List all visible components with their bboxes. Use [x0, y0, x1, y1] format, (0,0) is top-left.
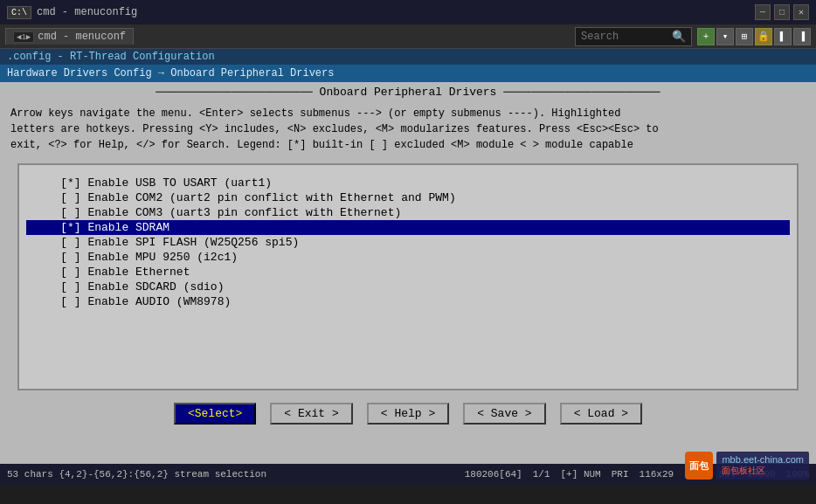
- save-button[interactable]: < Save >: [463, 403, 545, 425]
- toolbar-action-buttons: + ▾ ⊞ 🔒 ▌ ▐: [697, 28, 811, 45]
- help-line1: Arrow keys navigate the menu. <Enter> se…: [10, 106, 806, 121]
- menu-item-com2[interactable]: [ ] Enable COM2 (uart2 pin conflict with…: [26, 190, 790, 205]
- watermark-brand: 面包板社区: [722, 465, 804, 477]
- status-pos5: 116x29: [640, 469, 674, 480]
- toolbar: ◀1▶ cmd - menuconf 🔍 + ▾ ⊞ 🔒 ▌ ▐: [0, 24, 816, 49]
- window-title: cmd - menuconfig: [37, 6, 137, 18]
- breadcrumb: Hardware Drivers Config → Onboard Periph…: [0, 65, 816, 82]
- watermark-text: mbb.eet-china.com 面包板社区: [716, 452, 809, 480]
- search-box[interactable]: 🔍: [575, 27, 692, 46]
- menuconfig-area: ─────────────────────── Onboard Peripher…: [0, 82, 816, 435]
- watermark-site: mbb.eet-china.com: [722, 454, 804, 465]
- help-button[interactable]: < Help >: [367, 403, 449, 425]
- title-bar-left: C:\ cmd - menuconfig: [7, 6, 137, 19]
- search-input[interactable]: [581, 31, 668, 43]
- breadcrumb-text: Hardware Drivers Config → Onboard Periph…: [7, 67, 334, 79]
- tab-label: cmd - menuconf: [38, 31, 126, 43]
- toolbar-tab[interactable]: ◀1▶ cmd - menuconf: [5, 28, 134, 45]
- status-left: 53 chars {4,2}-{56,2}:{56,2} stream sele…: [7, 469, 266, 480]
- split2-button[interactable]: ▐: [793, 28, 811, 45]
- split1-button[interactable]: ▌: [774, 28, 792, 45]
- status-pos4: PRI: [612, 469, 629, 480]
- section-title: ─────────────────────── Onboard Peripher…: [0, 82, 816, 102]
- help-line3: exit, <?> for Help, </> for Search. Lege…: [10, 137, 806, 153]
- exit-button[interactable]: < Exit >: [270, 403, 352, 425]
- dropdown-button[interactable]: ▾: [716, 28, 734, 45]
- menu-item-mpu[interactable]: [ ] Enable MPU 9250 (i2c1): [26, 250, 790, 265]
- close-button[interactable]: ✕: [793, 4, 809, 20]
- config-title-text: .config - RT-Thread Configuration: [7, 51, 215, 63]
- cmd-icon: C:\: [7, 6, 31, 19]
- menu-item-sdcard[interactable]: [ ] Enable SDCARD (sdio): [26, 280, 790, 294]
- config-title: .config - RT-Thread Configuration: [0, 49, 816, 65]
- help-line2: letters are hotkeys. Pressing <Y> includ…: [10, 121, 806, 137]
- layout-button[interactable]: ⊞: [736, 28, 753, 45]
- minimize-button[interactable]: ─: [755, 4, 771, 20]
- menu-item-eth[interactable]: [ ] Enable Ethernet: [26, 265, 790, 280]
- tab-icon: ◀1▶: [13, 31, 34, 43]
- status-pos1: 180206[64]: [465, 469, 522, 480]
- select-button[interactable]: <Select>: [174, 403, 256, 425]
- bottom-buttons: <Select>< Exit >< Help >< Save >< Load >: [0, 394, 816, 435]
- title-bar-controls: ─ □ ✕: [755, 4, 809, 20]
- menu-item-com3[interactable]: [ ] Enable COM3 (uart3 pin conflict with…: [26, 205, 790, 220]
- menu-item-spi[interactable]: [ ] Enable SPI FLASH (W25Q256 spi5): [26, 235, 790, 250]
- status-pos2: 1/1: [533, 469, 550, 480]
- lock-button[interactable]: 🔒: [755, 28, 772, 45]
- menu-item-sdram[interactable]: [*] Enable SDRAM: [26, 220, 790, 235]
- watermark-icon: 面包: [685, 452, 713, 480]
- menu-item-audio[interactable]: [ ] Enable AUDIO (WM8978): [26, 294, 790, 309]
- content-area: .config - RT-Thread Configuration Hardwa…: [0, 49, 816, 464]
- help-text: Arrow keys navigate the menu. <Enter> se…: [0, 102, 816, 160]
- maximize-button[interactable]: □: [774, 4, 790, 20]
- watermark: 面包 mbb.eet-china.com 面包板社区: [685, 452, 809, 480]
- load-button[interactable]: < Load >: [560, 403, 642, 425]
- menu-box: [*] Enable USB TO USART (uart1) [ ] Enab…: [17, 163, 799, 390]
- add-button[interactable]: +: [697, 28, 715, 45]
- status-pos3: [+] NUM: [561, 469, 601, 480]
- title-bar: C:\ cmd - menuconfig ─ □ ✕: [0, 0, 816, 24]
- menu-item-usb[interactable]: [*] Enable USB TO USART (uart1): [26, 176, 790, 190]
- search-icon: 🔍: [672, 30, 686, 44]
